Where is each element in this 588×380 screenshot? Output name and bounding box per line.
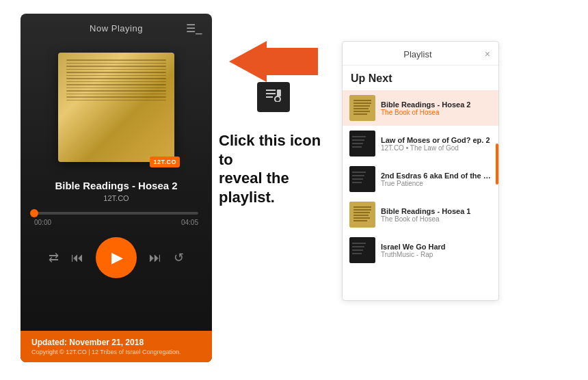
instruction-text: Click this icon to reveal the playlist. (219, 131, 335, 206)
svg-rect-23 (349, 202, 375, 228)
next-button[interactable]: ⏭ (149, 251, 161, 265)
svg-rect-15 (352, 139, 364, 141)
player-footer: Updated: November 21, 2018 Copyright © 1… (21, 331, 212, 362)
svg-rect-19 (352, 172, 366, 173)
svg-rect-2 (266, 93, 276, 94)
svg-rect-6 (349, 95, 375, 121)
progress-knob (30, 209, 38, 217)
controls-row: ⇄ ⏮ ▶ ⏭ ↺ (49, 237, 184, 278)
track-thumbnail (349, 131, 375, 157)
svg-rect-21 (352, 178, 363, 180)
track-sub: True Patience (381, 180, 492, 187)
playlist-icon-box[interactable] (257, 82, 290, 112)
time-total: 04:05 (181, 219, 198, 226)
up-next-label: Up Next (343, 66, 498, 90)
track-info: 2nd Esdras 6 aka End of the World True P… (381, 172, 492, 187)
svg-rect-1 (266, 90, 276, 91)
track-info: Bible Readings - Hosea 2 The Book of Hos… (381, 100, 492, 116)
logo-badge: 12T.CO (150, 157, 180, 167)
playlist-panel: Playlist × Up Next Bible Readings - Hose… (342, 41, 499, 301)
progress-bar-bg[interactable] (34, 212, 198, 215)
track-name: Israel We Go Hard (381, 243, 492, 251)
footer-copyright: Copyright © 12T.CO | 12 Tribes of Israel… (31, 349, 201, 355)
track-name: Bible Readings - Hosea 1 (381, 207, 492, 215)
svg-rect-20 (352, 175, 364, 176)
svg-rect-22 (352, 182, 362, 183)
player-panel: Now Playing ☰⎯ (21, 14, 212, 362)
svg-rect-31 (352, 243, 366, 244)
playlist-items-container: Bible Readings - Hosea 2 The Book of Hos… (343, 90, 498, 268)
prev-button[interactable]: ⏮ (71, 251, 83, 265)
svg-rect-16 (352, 143, 363, 144)
playlist-icon (266, 90, 281, 105)
track-thumbnail (349, 237, 375, 263)
song-artist: 12T.CO (103, 194, 129, 202)
svg-rect-14 (352, 136, 366, 137)
album-art-container: 12T.CO (55, 46, 178, 169)
playlist-header: Playlist × (343, 42, 498, 66)
svg-rect-3 (266, 96, 273, 98)
track-info: Law of Moses or of God? ep. 2 12T.CO • T… (381, 136, 492, 152)
arrow-section: Click this icon to reveal the playlist. (212, 0, 335, 206)
svg-rect-4 (277, 90, 281, 96)
shuffle-button[interactable]: ⇄ (49, 250, 59, 265)
track-thumbnail (349, 95, 375, 121)
track-name: Bible Readings - Hosea 2 (381, 100, 492, 109)
close-playlist-button[interactable]: × (485, 49, 490, 59)
track-thumbnail (349, 202, 375, 228)
track-sub: The Book of Hosea (381, 215, 492, 223)
time-current: 00:00 (34, 219, 51, 226)
scrollbar-indicator[interactable] (496, 144, 498, 185)
playlist-item[interactable]: Bible Readings - Hosea 2 The Book of Hos… (343, 90, 498, 126)
svg-rect-17 (352, 146, 362, 148)
now-playing-label: Now Playing (90, 23, 143, 33)
song-title: Bible Readings - Hosea 2 (41, 180, 191, 191)
instruction-area: Click this icon to reveal the playlist. (212, 124, 335, 206)
track-thumbnail (349, 166, 375, 192)
playlist-item[interactable]: 2nd Esdras 6 aka End of the World True P… (343, 161, 498, 197)
playlist-item[interactable]: Israel We Go Hard TruthMusic - Rap (343, 232, 498, 268)
track-info: Israel We Go Hard TruthMusic - Rap (381, 243, 492, 258)
play-button[interactable]: ▶ (96, 237, 137, 278)
main-container: Now Playing ☰⎯ (0, 0, 588, 380)
playlist-toggle-icon-player[interactable]: ☰⎯ (186, 22, 202, 35)
track-name: 2nd Esdras 6 aka End of the World (381, 172, 492, 180)
player-header: Now Playing ☰⎯ (21, 14, 212, 40)
album-art: 12T.CO (58, 53, 174, 162)
svg-rect-33 (352, 249, 363, 251)
time-row: 00:00 04:05 (21, 219, 212, 226)
track-sub: 12T.CO • The Law of God (381, 144, 492, 152)
track-sub: The Book of Hosea (381, 109, 492, 116)
repeat-button[interactable]: ↺ (174, 250, 184, 265)
svg-point-5 (275, 96, 280, 102)
track-sub: TruthMusic - Rap (381, 251, 492, 258)
playlist-item[interactable]: Law of Moses or of God? ep. 2 12T.CO • T… (343, 126, 498, 161)
playlist-item[interactable]: Bible Readings - Hosea 1 The Book of Hos… (343, 197, 498, 232)
svg-rect-34 (352, 253, 362, 254)
playlist-title: Playlist (351, 49, 485, 59)
track-name: Law of Moses or of God? ep. 2 (381, 136, 492, 144)
album-art-lines (66, 59, 166, 103)
svg-marker-0 (229, 41, 318, 82)
footer-updated: Updated: November 21, 2018 (31, 338, 201, 347)
progress-container[interactable] (21, 212, 212, 215)
track-info: Bible Readings - Hosea 1 The Book of Hos… (381, 207, 492, 223)
svg-rect-32 (352, 246, 364, 247)
play-icon: ▶ (111, 249, 123, 267)
arrow-icon (229, 41, 318, 82)
